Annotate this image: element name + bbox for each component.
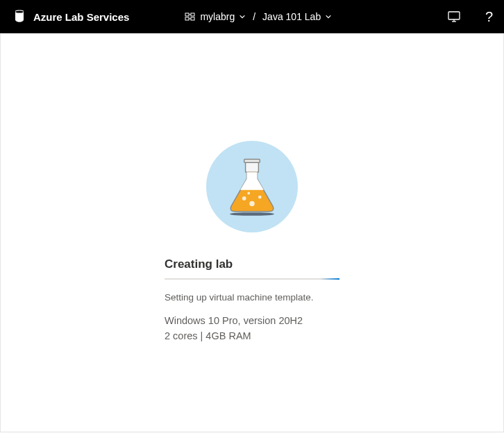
chevron-down-icon <box>325 11 332 22</box>
svg-rect-2 <box>185 17 189 20</box>
brand-area[interactable]: Azure Lab Services <box>11 8 129 25</box>
hardware-spec: 2 cores | 4GB RAM <box>165 329 339 344</box>
svg-rect-1 <box>185 13 189 16</box>
progress-bar <box>165 278 339 280</box>
topbar-actions: ? <box>448 9 493 25</box>
status-panel: Creating lab Setting up virtual machine … <box>165 257 339 344</box>
main-content: Creating lab Setting up virtual machine … <box>0 33 504 432</box>
svg-point-15 <box>247 192 250 195</box>
breadcrumb-resource-group[interactable]: mylabrg <box>185 11 246 22</box>
svg-point-16 <box>230 212 274 216</box>
status-title: Creating lab <box>165 257 339 271</box>
svg-rect-11 <box>244 160 260 163</box>
breadcrumb-lab[interactable]: Java 101 Lab <box>262 11 332 22</box>
svg-rect-3 <box>191 13 194 16</box>
progress-indicator <box>320 278 339 280</box>
svg-rect-7 <box>448 12 460 19</box>
os-spec: Windows 10 Pro, version 20H2 <box>165 314 339 329</box>
brand-title: Azure Lab Services <box>33 11 129 23</box>
top-bar: Azure Lab Services mylabrg / <box>0 0 504 33</box>
status-subtitle: Setting up virtual machine template. <box>165 292 339 303</box>
breadcrumb: mylabrg / Java 101 Lab <box>185 11 332 22</box>
help-icon[interactable]: ? <box>485 9 493 25</box>
chevron-down-icon <box>239 11 246 22</box>
svg-point-0 <box>16 10 24 12</box>
lab-flask-illustration <box>206 141 298 232</box>
svg-point-14 <box>258 196 262 199</box>
svg-point-12 <box>242 196 246 201</box>
svg-rect-4 <box>191 17 194 20</box>
virtual-machines-icon[interactable] <box>448 10 460 23</box>
breadcrumb-lab-label: Java 101 Lab <box>262 11 321 22</box>
azure-labs-logo-icon <box>11 8 28 25</box>
breadcrumb-separator: / <box>253 11 255 22</box>
breadcrumb-rg-label: mylabrg <box>200 11 235 22</box>
svg-point-13 <box>249 201 255 207</box>
resource-group-icon <box>185 11 196 22</box>
